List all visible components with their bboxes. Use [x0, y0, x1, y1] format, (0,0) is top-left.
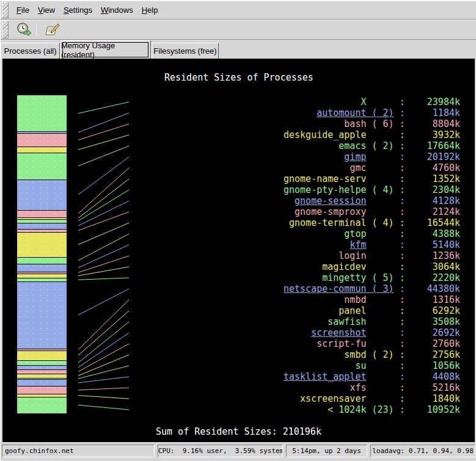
leader-line: [78, 102, 129, 114]
toolbar-grip-handle[interactable]: [2, 21, 9, 38]
sum-of-resident-sizes: Sum of Resident Sizes: 210196k: [156, 426, 321, 437]
leader-line: [78, 212, 129, 231]
menu-windows[interactable]: Windows: [101, 5, 133, 15]
edit-properties-button[interactable]: [43, 21, 62, 38]
process-row: magicdev : 3064k: [284, 261, 460, 272]
leader-line: [78, 157, 129, 195]
process-row: sawfish : 3508k: [284, 316, 460, 327]
process-row: gmc : 4760k: [284, 162, 460, 173]
leader-line: [78, 289, 129, 315]
leader-line: [78, 223, 129, 245]
process-row: netscape-commun ( 3) : 44380k: [284, 283, 460, 294]
leader-line: [78, 388, 129, 390]
leader-line: [78, 396, 129, 399]
status-bar: goofy.chinfox.net CPU: 9.16% user, 3.59%…: [1, 444, 476, 459]
leader-line: [78, 201, 129, 226]
leader-line: [78, 311, 129, 355]
tab-bar: Processes (all) Memory Usage (resident) …: [1, 40, 476, 59]
status-hostname: goofy.chinfox.net: [2, 445, 155, 457]
status-cpu: CPU: 9.16% user, 3.59% system: [158, 445, 283, 457]
leader-line: [78, 405, 129, 410]
toolbar: [1, 20, 476, 40]
process-row: tasklist_applet : 4408k: [284, 371, 460, 382]
menubar-grip-handle[interactable]: [2, 2, 9, 18]
leader-line: [78, 267, 129, 276]
process-row: < 1024k (23) : 10952k: [284, 404, 460, 415]
toolbar-separator: [36, 24, 37, 36]
status-uptime: 5:14pm, up 2 days: [286, 445, 367, 457]
menu-settings[interactable]: Settings: [64, 5, 92, 15]
process-row: gnome-pty-helpe ( 4) : 2304k: [284, 184, 460, 195]
process-row: mingetty ( 5) : 2220k: [284, 272, 460, 283]
process-row: su : 1056k: [284, 360, 460, 371]
process-row: emacs ( 2) : 17664k: [284, 140, 460, 151]
process-row: script-fu : 2760k: [284, 338, 460, 349]
memory-usage-chart: Resident Sizes of Processes X : 23984k a…: [2, 59, 475, 442]
process-row: bash ( 6) : 8804k: [284, 118, 460, 129]
leader-line: [78, 179, 129, 218]
process-row: automount ( 2) : 1184k: [284, 107, 460, 118]
leader-line: [78, 113, 129, 132]
tab-filesystems[interactable]: Filesystems (free): [152, 43, 219, 59]
timer-run-button[interactable]: [15, 21, 33, 38]
menu-file[interactable]: File: [16, 5, 29, 15]
process-row: gtop : 4388k: [284, 228, 460, 239]
gtop-window: { "menu": { "items": ["File", "View", "S…: [0, 0, 476, 461]
process-row: gnome-terminal ( 4) : 16544k: [284, 217, 460, 228]
process-row: xscreensaver : 1840k: [284, 393, 460, 404]
process-row: gnome-smproxy : 2124k: [284, 206, 460, 217]
process-row: gimp : 20192k: [284, 151, 460, 162]
process-list: X : 23984k automount ( 2) : 1184k bash (…: [284, 96, 460, 415]
process-row: gnome-session : 4128k: [284, 195, 460, 206]
tab-label: Filesystems (free): [153, 46, 216, 56]
process-row: nmbd : 1316k: [284, 294, 460, 305]
leader-line: [78, 333, 129, 368]
process-row: panel : 6292k: [284, 305, 460, 316]
leader-line: [78, 135, 129, 150]
process-row: xfs : 5216k: [284, 382, 460, 393]
process-row: gnome-name-serv : 1352k: [284, 173, 460, 184]
tab-label: Processes (all): [4, 46, 57, 56]
process-row: deskguide_apple : 3932k: [284, 129, 460, 140]
menu-help[interactable]: Help: [142, 5, 158, 15]
process-row: screenshot : 2692k: [284, 327, 460, 338]
tab-processes[interactable]: Processes (all): [1, 43, 60, 59]
tab-focus-rect: [62, 42, 148, 57]
menu-bar: File View Settings Windows Help: [1, 1, 476, 20]
tab-memory-usage[interactable]: Memory Usage (resident): [60, 40, 151, 59]
leader-line: [78, 377, 129, 383]
leader-line: [78, 190, 129, 221]
leader-line: [78, 124, 129, 140]
process-row: login : 1236k: [284, 250, 460, 261]
status-loadavg: loadavg: 0.71, 0.94, 0.98: [370, 445, 475, 457]
menu-view[interactable]: View: [38, 5, 55, 15]
timer-run-icon: [16, 22, 32, 38]
process-row: smbd ( 2) : 2756k: [284, 349, 460, 360]
leader-line: [78, 278, 129, 280]
process-row: kfm : 5140k: [284, 239, 460, 250]
edit-properties-icon: [45, 22, 60, 38]
leader-line: [78, 168, 129, 214]
process-row: X : 23984k: [284, 96, 460, 107]
